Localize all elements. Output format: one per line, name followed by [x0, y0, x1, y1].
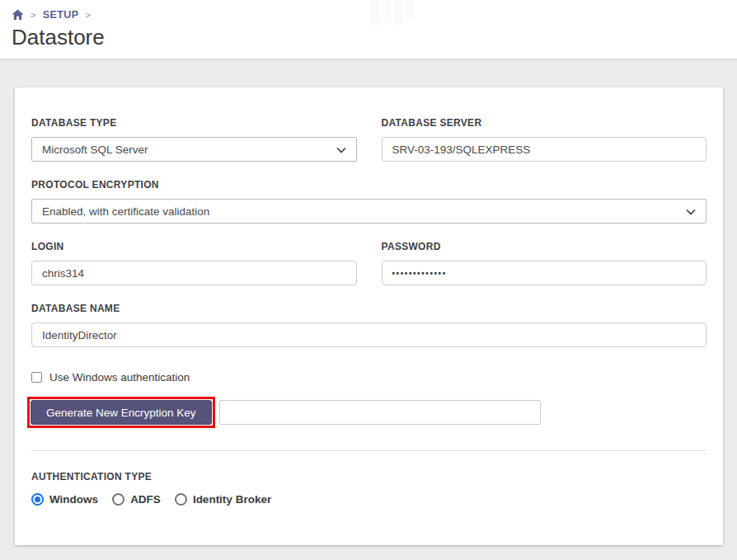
- home-icon[interactable]: [12, 9, 24, 21]
- password-input[interactable]: •••••••••••••: [382, 261, 707, 285]
- database-server-field: DATABASE SERVER SRV-03-193/SQLEXPRESS: [382, 117, 707, 162]
- login-field: LOGIN chris314: [31, 241, 357, 285]
- chevron-down-icon: [336, 144, 346, 156]
- protocol-encryption-label: PROTOCOL ENCRYPTION: [31, 179, 706, 191]
- auth-radio-windows-label: Windows: [49, 493, 98, 506]
- database-name-value: IdentityDirector: [42, 329, 117, 341]
- authentication-type-radio-group: Windows ADFS Identity Broker: [31, 493, 706, 506]
- page-title: Datastore: [12, 25, 737, 50]
- auth-radio-identity-broker-label: Identity Broker: [193, 493, 271, 506]
- database-server-label: DATABASE SERVER: [382, 117, 707, 129]
- radio-icon[interactable]: [112, 493, 124, 506]
- auth-radio-adfs[interactable]: ADFS: [112, 493, 161, 506]
- database-type-field: DATABASE TYPE Microsoft SQL Server: [31, 117, 357, 162]
- breadcrumb: > SETUP >: [12, 9, 737, 21]
- database-name-label: DATABASE NAME: [31, 303, 706, 314]
- radio-icon[interactable]: [175, 493, 187, 506]
- windows-auth-checkbox[interactable]: [31, 372, 42, 383]
- page-header: > SETUP > Datastore: [0, 0, 737, 59]
- auth-radio-identity-broker[interactable]: Identity Broker: [175, 493, 271, 506]
- password-field: PASSWORD •••••••••••••: [382, 241, 707, 285]
- login-label: LOGIN: [31, 241, 357, 252]
- chevron-down-icon: [686, 205, 696, 218]
- database-server-value: SRV-03-193/SQLEXPRESS: [392, 144, 531, 156]
- windows-auth-checkbox-label: Use Windows authentication: [49, 371, 190, 384]
- windows-auth-option[interactable]: Use Windows authentication: [31, 371, 706, 384]
- login-input[interactable]: chris314: [31, 261, 357, 285]
- annotation-highlight-box: Generate New Encryption Key: [27, 397, 215, 428]
- password-label: PASSWORD: [382, 241, 707, 252]
- section-divider: [31, 450, 706, 451]
- generate-encryption-key-button[interactable]: Generate New Encryption Key: [31, 400, 212, 425]
- protocol-encryption-selected-value: Enabled, with certificate validation: [42, 205, 209, 218]
- protocol-encryption-field: PROTOCOL ENCRYPTION Enabled, with certif…: [31, 179, 706, 224]
- database-server-input[interactable]: SRV-03-193/SQLEXPRESS: [382, 137, 707, 162]
- database-type-label: DATABASE TYPE: [31, 117, 357, 129]
- breadcrumb-separator: >: [31, 10, 36, 20]
- protocol-encryption-select[interactable]: Enabled, with certificate validation: [31, 199, 706, 224]
- database-name-input[interactable]: IdentityDirector: [31, 322, 706, 347]
- database-type-select[interactable]: Microsoft SQL Server: [31, 137, 357, 162]
- breadcrumb-separator: >: [86, 10, 92, 20]
- datastore-form-card: DATABASE TYPE Microsoft SQL Server DATAB…: [15, 87, 723, 545]
- auth-radio-adfs-label: ADFS: [130, 493, 161, 506]
- login-value: chris314: [42, 267, 84, 280]
- radio-icon[interactable]: [31, 493, 44, 506]
- auth-radio-windows[interactable]: Windows: [31, 493, 98, 506]
- page-content: DATABASE TYPE Microsoft SQL Server DATAB…: [0, 59, 737, 545]
- database-type-selected-value: Microsoft SQL Server: [42, 144, 148, 156]
- database-name-field: DATABASE NAME IdentityDirector: [31, 303, 706, 347]
- breadcrumb-setup-link[interactable]: SETUP: [43, 9, 79, 21]
- password-masked-value: •••••••••••••: [392, 269, 447, 278]
- encryption-key-field[interactable]: [219, 400, 541, 425]
- authentication-type-label: AUTHENTICATION TYPE: [31, 471, 706, 482]
